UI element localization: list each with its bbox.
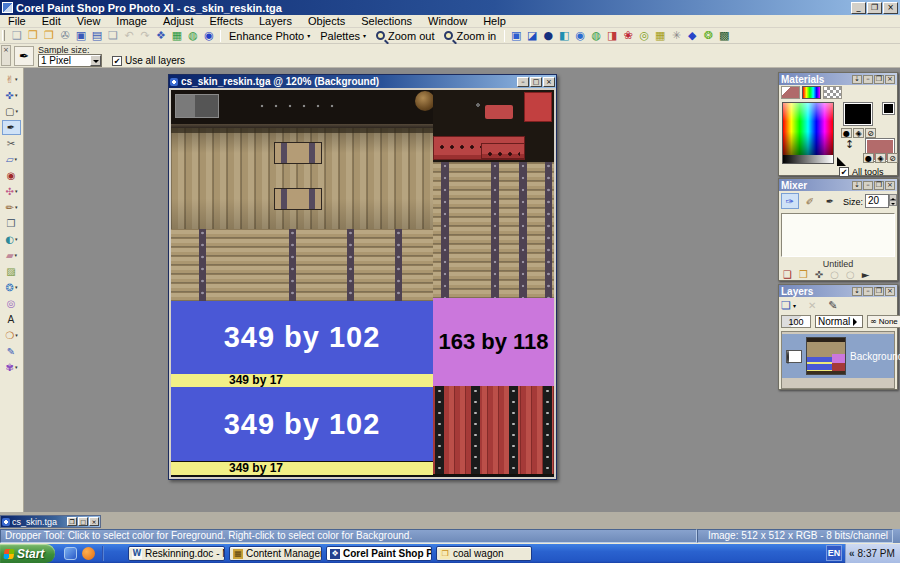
language-indicator[interactable]: EN [826,545,842,561]
close-icon[interactable]: × [885,75,895,84]
mixer-brush-icon[interactable]: ✑ [781,193,799,209]
blend-mode-dropdown[interactable]: Normal [815,315,863,328]
pick-tool[interactable]: ▱ ▾ [2,152,21,167]
effect-icon[interactable]: ◪ [524,28,540,43]
minimize-icon[interactable]: – [863,75,873,84]
document-title-bar[interactable]: cs_skin_reskin.tga @ 120% (Background) –… [169,75,556,88]
close-button[interactable]: × [89,517,99,526]
document-minimize-button[interactable]: – [517,77,529,87]
effect-icon[interactable]: ▦ [652,28,668,43]
layer-row-background[interactable]: Background [782,334,894,378]
effect-icon[interactable]: ❀ [620,28,636,43]
foreground-swatch[interactable] [843,102,873,126]
menu-item[interactable]: Image [108,15,155,28]
scan-icon[interactable]: ✇ [57,28,73,43]
resize-icon[interactable]: ❖ [153,28,169,43]
menu-item[interactable]: Layers [251,15,300,28]
picture-tube-tool[interactable]: ◎ [2,296,21,311]
maximize-button[interactable]: □ [78,517,88,526]
style-button[interactable]: ⊘ [865,128,876,138]
opacity-field[interactable]: 100 [781,315,811,328]
effect-icon[interactable]: ◉ [572,28,588,43]
save-icon[interactable]: ▣ [73,28,89,43]
menu-item[interactable]: Selections [353,15,420,28]
chevron-down-icon[interactable]: ▾ [793,302,796,309]
chevron-down-icon[interactable] [90,55,101,66]
save-as-icon[interactable]: ▤ [89,28,105,43]
text-tool[interactable]: A [2,312,21,327]
menu-item[interactable]: Effects [202,15,251,28]
eraser-tool[interactable]: ▰ ▾ [2,248,21,263]
image-open-icon[interactable]: ▦ [169,28,185,43]
layer-thumbnail[interactable] [806,337,846,375]
start-button[interactable]: Start [0,544,55,563]
effect-icon[interactable]: ✳ [668,28,684,43]
image-canvas[interactable]: 349 by 102 163 by 118 349 by 17 349 by 1… [171,90,554,477]
quick-launch-browser-icon[interactable] [82,547,95,560]
tab-swatches[interactable] [823,86,842,99]
zoom-out-button[interactable]: Zoom out [371,30,439,42]
pan-tool[interactable]: ✌ ▾ [2,72,21,87]
dropper-tool[interactable]: ✒ [2,120,21,135]
tab-frame[interactable] [781,86,800,99]
pin-icon[interactable]: ⇣ [852,181,862,190]
mixer-canvas[interactable] [781,213,895,257]
clock[interactable]: 8:37 PM [858,548,895,559]
transparent-toggle-icon[interactable] [837,157,846,166]
effect-icon[interactable]: ◍ [588,28,604,43]
minimize-button[interactable]: _ [851,2,866,14]
checkbox-check-icon[interactable]: ✔ [112,56,122,66]
navigate-icon[interactable]: ✜ [815,269,823,280]
swap-colors-icon[interactable]: ↕ [845,138,854,151]
all-tools-checkbox[interactable]: ✔ All tools [839,167,884,177]
materials-panel-title-bar[interactable]: Materials ⇣ – ❐ × [779,73,897,85]
mixer-panel-title-bar[interactable]: Mixer ⇣ – ❐ × [779,179,897,191]
restore-button[interactable]: ❐ [867,2,882,14]
pen-tool[interactable]: ✎ [2,344,21,359]
style-button[interactable]: ◈ [853,128,864,138]
menu-item[interactable]: Window [420,15,475,28]
visibility-toggle[interactable] [786,350,802,363]
tray-chevron-icon[interactable]: « [849,548,855,559]
taskbar-task-button[interactable]: ▦ Content Manager Plus [229,546,322,561]
flood-fill-tool[interactable]: ❂ ▾ [2,280,21,295]
taskbar-task-button[interactable]: ❒ coal wagon [436,546,532,561]
minimize-icon[interactable]: – [863,287,873,296]
style-button[interactable]: ● [863,153,874,163]
effect-icon[interactable]: ▣ [508,28,524,43]
grayscale-strip[interactable] [783,155,833,163]
taskbar-task-button[interactable]: W Reskinning.doc - Microso... [128,546,225,561]
more-icon[interactable]: ► [862,269,870,280]
maximize-icon[interactable]: ❐ [874,181,884,190]
document-window[interactable]: cs_skin_reskin.tga @ 120% (Background) –… [168,74,557,480]
maximize-icon[interactable]: ❐ [874,75,884,84]
rainbow-gradient[interactable] [783,103,833,155]
move-tool[interactable]: ✜ ▾ [2,88,21,103]
zoom-in-button[interactable]: Zoom in [439,30,501,42]
warp-brush-tool[interactable]: ✾ ▾ [2,360,21,375]
background-eraser-tool[interactable]: ▨ [2,264,21,279]
toolbar-grip[interactable] [2,30,5,41]
close-icon[interactable]: × [885,181,895,190]
tab-rainbow[interactable] [802,86,821,99]
document-close-button[interactable]: × [543,77,555,87]
minimized-document[interactable]: cs_skin.tga ❐ □ × [0,515,101,528]
red-eye-tool[interactable]: ◉ [2,168,21,183]
image-refresh-icon[interactable]: ◍ [185,28,201,43]
style-button[interactable]: ⊘ [887,153,898,163]
new-icon[interactable]: ❑ [9,28,25,43]
brush-tool[interactable]: ✏ ▾ [2,200,21,215]
edit-selection-icon[interactable]: ✎ [828,299,837,312]
open-page-icon[interactable]: ❒ [799,269,808,280]
minimize-icon[interactable]: – [863,181,873,190]
open-icon[interactable]: ❒ [25,28,41,43]
preset-shape-tool[interactable]: ❍ ▾ [2,328,21,343]
palette-knife-icon[interactable]: ✐ [801,193,819,209]
effect-icon[interactable]: ▩ [716,28,732,43]
size-input[interactable]: 20 [865,194,889,208]
effect-icon[interactable]: ❂ [700,28,716,43]
menu-item[interactable]: Objects [300,15,353,28]
pin-icon[interactable]: ⇣ [852,75,862,84]
menu-item[interactable]: Edit [34,15,69,28]
effect-icon[interactable]: ◆ [684,28,700,43]
